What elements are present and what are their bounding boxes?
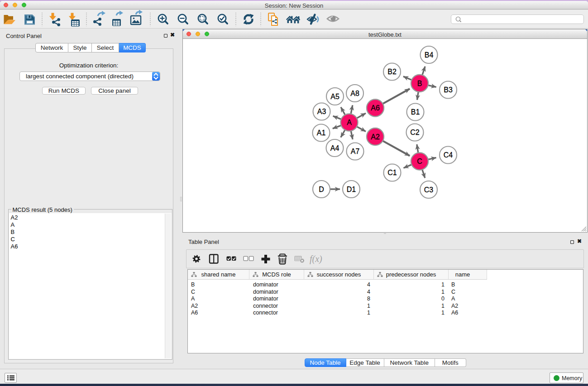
svg-text:A2: A2 [371,133,380,141]
svg-text:C1: C1 [387,169,397,176]
svg-text:D1: D1 [347,186,356,193]
svg-text:B1: B1 [411,108,420,116]
svg-text:A5: A5 [330,93,339,100]
svg-text:B4: B4 [425,51,434,59]
svg-text:A1: A1 [317,129,326,137]
svg-text:C3: C3 [424,186,434,194]
svg-text:C4: C4 [444,151,453,159]
svg-text:A7: A7 [351,148,360,155]
svg-text:B2: B2 [387,68,397,76]
svg-text:A4: A4 [330,144,339,152]
svg-text:A: A [347,119,352,126]
svg-text:C2: C2 [410,129,420,136]
svg-text:C: C [417,157,422,165]
svg-text:B: B [417,80,422,87]
svg-text:A8: A8 [350,90,359,97]
svg-text:D: D [319,186,324,193]
svg-text:B3: B3 [444,86,453,94]
svg-text:A6: A6 [371,104,380,112]
svg-text:f(x): f(x) [310,254,322,264]
svg-text:A3: A3 [317,108,326,115]
